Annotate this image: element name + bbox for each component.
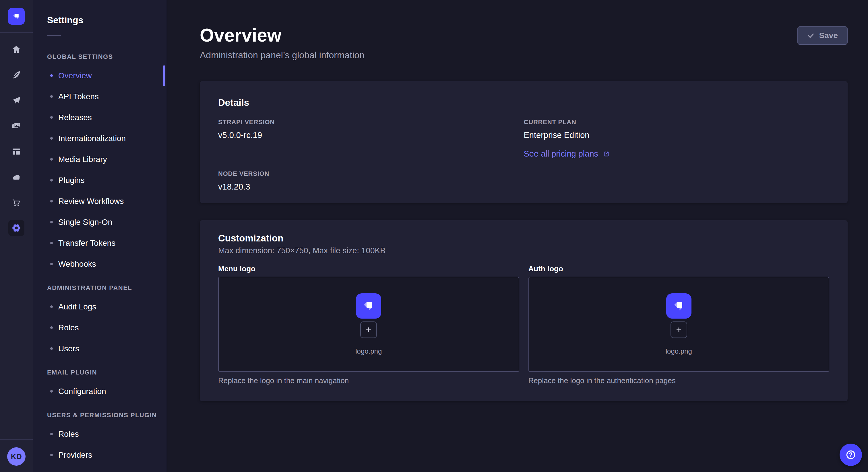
bullet-icon [50,390,53,393]
gear-icon[interactable] [8,220,24,236]
subnav-item-up-roles[interactable]: Roles [33,424,167,444]
auth-logo-preview [666,293,691,318]
subnav-item-label: Providers [58,450,92,460]
field-current-plan: CURRENT PLAN Enterprise Edition See all … [524,119,830,159]
subnav-item-label: Transfer Tokens [58,239,115,248]
subnav-item-review-workflows[interactable]: Review Workflows [33,191,167,212]
section-label: ADMINISTRATION PANEL [47,284,167,292]
section-users-permissions-plugin: USERS & PERMISSIONS PLUGIN Roles Provide… [33,411,167,465]
rail-nav-items [0,33,33,236]
strapi-logo[interactable] [8,8,25,25]
subnav-item-transfer-tokens[interactable]: Transfer Tokens [33,233,167,254]
help-button[interactable] [840,444,862,466]
subnav-item-label: Review Workflows [58,197,124,206]
layout-icon[interactable] [8,143,24,160]
subnav-item-internationalization[interactable]: Internationalization [33,128,167,149]
plus-icon [365,326,373,334]
main-content: Overview Administration panel’s global i… [167,0,868,472]
subnav-item-providers[interactable]: Providers [33,444,167,465]
subnav-item-roles[interactable]: Roles [33,317,167,338]
bullet-icon [50,137,53,140]
section-label: EMAIL PLUGIN [47,369,167,376]
strapi-logo-glyph [361,299,376,313]
bullet-icon [50,263,53,265]
customization-subtitle: Max dimension: 750×750, Max file size: 1… [218,246,829,255]
settings-subnav: Settings GLOBAL SETTINGS Overview API To… [33,0,167,472]
strapi-logo-glyph [671,299,686,313]
subnav-item-single-sign-on[interactable]: Single Sign-On [33,212,167,233]
subnav-title: Settings [47,15,167,26]
page-title: Overview [200,25,365,45]
subnav-item-users[interactable]: Users [33,338,167,359]
subnav-item-label: Single Sign-On [58,217,112,227]
bullet-icon [50,221,53,224]
bullet-icon [50,74,53,77]
auth-logo-dropzone[interactable]: logo.png [528,277,830,372]
menu-logo-filename: logo.png [355,347,382,355]
bullet-icon [50,95,53,98]
add-menu-logo-button[interactable] [360,322,377,338]
section-label: USERS & PERMISSIONS PLUGIN [47,411,167,419]
subnav-item-plugins[interactable]: Plugins [33,170,167,191]
subnav-item-api-tokens[interactable]: API Tokens [33,86,167,107]
logo-uploads: Menu logo [218,264,829,385]
media-library-icon[interactable] [8,118,24,134]
save-button-label: Save [819,31,838,40]
menu-logo-preview [356,293,381,318]
subnav-item-label: Overview [58,71,92,80]
question-mark-icon [845,449,857,461]
page-header-text: Overview Administration panel’s global i… [200,25,365,61]
auth-logo-filename: logo.png [665,347,692,355]
section-administration-panel: ADMINISTRATION PANEL Audit Logs Roles Us… [33,284,167,359]
bullet-icon [50,242,53,244]
bullet-icon [50,305,53,308]
subnav-item-configuration[interactable]: Configuration [33,381,167,402]
subnav-item-label: Roles [58,323,79,332]
bullet-icon [50,179,53,181]
cart-icon[interactable] [8,194,24,210]
subnav-item-label: Media Library [58,155,107,164]
subnav-item-webhooks[interactable]: Webhooks [33,254,167,274]
avatar[interactable]: KD [7,447,26,466]
customization-card: Customization Max dimension: 750×750, Ma… [200,220,848,401]
save-button[interactable]: Save [797,26,848,45]
subnav-item-media-library[interactable]: Media Library [33,149,167,170]
bullet-icon [50,116,53,119]
menu-logo-field: Menu logo [218,264,519,385]
rail-bottom: KD [0,439,33,472]
subnav-item-overview[interactable]: Overview [33,65,167,86]
subnav-item-label: Audit Logs [58,302,96,311]
pricing-plans-link[interactable]: See all pricing plans [524,149,611,159]
subnav-item-label: Webhooks [58,260,96,269]
auth-logo-label: Auth logo [528,264,830,273]
main-nav-rail: KD [0,0,33,472]
section-email-plugin: EMAIL PLUGIN Configuration [33,369,167,402]
details-grid: STRAPI VERSION v5.0.0-rc.19 CURRENT PLAN… [218,119,829,192]
cloud-icon[interactable] [8,169,24,185]
check-icon [807,32,815,39]
menu-logo-hint: Replace the logo in the main navigation [218,376,519,385]
paper-plane-icon[interactable] [8,92,24,108]
subnav-item-audit-logs[interactable]: Audit Logs [33,296,167,317]
external-link-icon [602,150,610,158]
subnav-sections: GLOBAL SETTINGS Overview API Tokens Rele… [33,53,167,465]
bullet-icon [50,347,53,350]
home-icon[interactable] [8,41,24,57]
subnav-item-label: Roles [58,430,79,439]
field-value: v5.0.0-rc.19 [218,131,524,140]
strapi-admin-app: KD Settings GLOBAL SETTINGS Overview API… [0,0,868,472]
subnav-item-releases[interactable]: Releases [33,107,167,128]
field-strapi-version: STRAPI VERSION v5.0.0-rc.19 [218,119,524,159]
bullet-icon [50,453,53,456]
plus-icon [675,326,683,334]
feather-icon[interactable] [8,67,24,83]
add-auth-logo-button[interactable] [671,322,687,338]
subnav-rule [47,35,61,36]
field-label: NODE VERSION [218,170,524,177]
page-subtitle: Administration panel’s global informatio… [200,50,365,61]
field-node-version: NODE VERSION v18.20.3 [218,170,524,192]
subnav-item-label: API Tokens [58,92,99,101]
subnav-item-label: Internationalization [58,134,126,143]
auth-logo-hint: Replace the logo in the authentication p… [528,376,830,385]
menu-logo-dropzone[interactable]: logo.png [218,277,519,372]
